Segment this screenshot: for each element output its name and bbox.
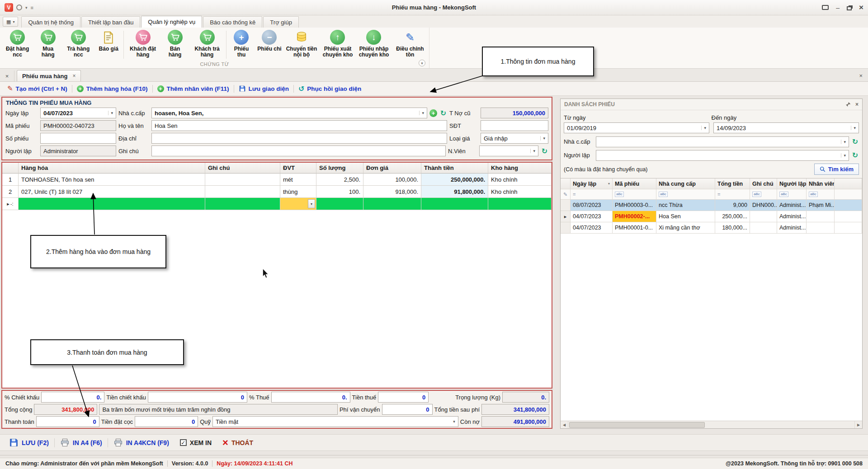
cell-kho-hang[interactable]: Kho chính [488, 174, 552, 186]
thanh-toan-field[interactable]: 0 [36, 416, 99, 427]
panel-close-icon[interactable]: × [855, 101, 859, 108]
column-header-don-gia[interactable]: Đơn giá [363, 163, 421, 174]
column-header-nguoi-lap[interactable]: Người lập [777, 178, 807, 189]
cell-hang-hoa[interactable]: TONHOASEN, Tôn hoa sen [19, 174, 205, 186]
toolbar-button-khach-dat-hang[interactable]: Khách đặt hàng [125, 29, 161, 58]
scroll-left-icon[interactable]: ◀ [561, 421, 568, 428]
cell-don-gia[interactable]: 918,000. [363, 186, 421, 198]
chiet-khau-pct-field[interactable]: 0. [41, 392, 104, 403]
cell-hang-hoa[interactable]: 027, Unilc (T) 18 lít 027 [19, 186, 205, 198]
restore-layout-button[interactable]: ↺ Phục hồi giao diện [294, 84, 366, 93]
column-header-dvt[interactable]: ĐVT [280, 163, 316, 174]
new-cell-hang-hoa[interactable] [19, 198, 205, 210]
cell-don-gia[interactable]: 100,000. [363, 174, 421, 186]
new-cell-kho-hang[interactable] [488, 198, 552, 210]
toolbar-button-bao-gia[interactable]: Báo giá [94, 29, 123, 52]
cell-dvt[interactable]: thùng [280, 186, 316, 198]
restore-button[interactable] [847, 6, 852, 10]
dia-chi-field[interactable] [151, 133, 447, 144]
refresh-icon[interactable]: ↻ [851, 151, 859, 159]
column-header-thanh-tien[interactable]: Thành tiền [421, 163, 488, 174]
loai-gia-field[interactable]: Giá nhập ▾ [481, 133, 548, 144]
quick-access-caret-icon[interactable]: ▾ [25, 5, 28, 10]
xem-in-checkbox[interactable]: ✓ XEM IN [175, 439, 217, 446]
group-dialog-launcher-icon[interactable]: ▾ [419, 60, 425, 66]
caret-down-icon[interactable]: ▾ [108, 111, 113, 115]
ribbon-minimize-button[interactable]: ▦ ▾ [3, 17, 18, 27]
cell-ghi-chu[interactable] [205, 174, 280, 186]
save-layout-button[interactable]: Lưu giao diện [234, 85, 293, 92]
caret-down-icon[interactable]: ▾ [841, 140, 846, 144]
column-header-tong-tien[interactable]: Tổng tiền [715, 178, 750, 189]
caret-down-icon[interactable]: ▾ [851, 126, 856, 130]
new-cell-thanh-tien[interactable] [421, 198, 488, 210]
text-filter-icon[interactable]: aBc [752, 192, 761, 197]
print-a4-button[interactable]: IN A4 (F6) [55, 438, 108, 447]
toolbar-button-ban-hang[interactable]: Bán hàng [161, 29, 189, 58]
print-a4kcn-button[interactable]: IN A4KCN (F9) [108, 438, 175, 447]
new-cell-dvt[interactable]: ▾ [280, 198, 316, 210]
toolbar-button-dieu-chinh-ton[interactable]: ✎ Điều chỉnh tồn [392, 29, 428, 58]
column-header-ghi-chu[interactable]: Ghi chú [205, 163, 280, 174]
search-button[interactable]: Tìm kiếm [814, 164, 859, 175]
cell-so-luong[interactable]: 2,500. [316, 174, 363, 186]
new-cell-don-gia[interactable] [363, 198, 421, 210]
highlighted-ma-phieu-cell[interactable]: PMH00002-... [613, 211, 656, 222]
ghi-chu-field[interactable] [151, 145, 446, 156]
tien-chiet-khau-field[interactable]: 0 [148, 392, 247, 403]
pin-icon[interactable] [845, 102, 851, 107]
ho-va-ten-field[interactable]: Hoa Sen [151, 120, 447, 131]
create-new-button[interactable]: ✎ Tạo mới (Ctrl + N) [3, 84, 72, 93]
add-supplier-icon[interactable]: + [429, 109, 437, 117]
den-ngay-field[interactable]: 14/09/2023 ▾ [713, 122, 859, 133]
close-all-tabs-icon[interactable]: × [0, 70, 14, 81]
tabbar-close-icon[interactable]: × [854, 72, 868, 81]
voucher-row[interactable]: 04/07/2023 PMH00001-0... Xi măng cần thơ… [561, 222, 862, 234]
column-header-nhan-vien[interactable]: Nhân viên [807, 178, 835, 189]
filter-nguoi-lap-field[interactable]: ▾ [596, 150, 849, 161]
cell-dvt[interactable]: mét [280, 174, 316, 186]
nha-ccap-field[interactable]: hoasen, Hoa Sen, ▾ [151, 108, 427, 118]
column-header-ngay-lap[interactable]: Ngày lập ▾ [571, 178, 613, 189]
tab-close-icon[interactable]: × [72, 73, 75, 79]
toolbar-button-phieu-chi[interactable]: − Phiếu chi [255, 29, 283, 52]
caret-down-icon[interactable]: ▾ [540, 136, 545, 141]
ribbon-tab-tro-giup[interactable]: Trợ giúp [263, 16, 299, 28]
minimize-button[interactable]: – [836, 5, 840, 11]
refresh-employee-icon[interactable]: ↻ [541, 147, 548, 155]
toolbar-button-phieu-nhap-chuyen-kho[interactable]: ↓ Phiếu nhập chuyển kho [356, 29, 392, 58]
scroll-right-icon[interactable]: ▶ [854, 421, 862, 428]
dvt-dropdown-icon[interactable]: ▾ [308, 199, 315, 208]
phi-van-chuyen-field[interactable]: 0 [382, 404, 433, 415]
refresh-icon[interactable]: ↻ [851, 138, 859, 145]
new-cell-ghi-chu[interactable] [205, 198, 280, 210]
quy-field[interactable]: Tiền mặt ▾ [212, 416, 458, 427]
exit-button[interactable]: × THOÁT [217, 439, 259, 447]
toolbar-button-khach-tra-hang[interactable]: Khách trả hàng [189, 29, 225, 58]
sdt-field[interactable] [481, 120, 548, 131]
text-filter-icon[interactable]: aBc [779, 192, 788, 197]
refresh-supplier-icon[interactable]: ↻ [439, 109, 447, 117]
toolbar-button-mua-hang[interactable]: Mua hàng [34, 29, 62, 58]
text-filter-icon[interactable]: aBc [659, 192, 668, 197]
tien-dat-coc-field[interactable]: 0 [135, 416, 198, 427]
voucher-row[interactable]: 08/07/2023 PMH00003-0... ncc Thừa 9,000 … [561, 200, 862, 211]
ribbon-tab-quan-tri-he-thong[interactable]: Quản trị hệ thống [21, 16, 80, 28]
cell-kho-hang[interactable]: Kho chính [488, 186, 552, 198]
column-header-ghi-chu[interactable]: Ghi chú [750, 178, 777, 189]
toolbar-button-phieu-thu[interactable]: + Phiếu thu [227, 29, 255, 58]
equals-filter-icon[interactable]: = [717, 192, 720, 197]
toolbar-customize-icon[interactable]: ≡ [31, 5, 33, 10]
save-button[interactable]: LƯU (F2) [4, 438, 54, 447]
column-header-kho-hang[interactable]: Kho hàng [488, 163, 552, 174]
ribbon-tab-bao-cao-thong-ke[interactable]: Báo cáo thống kê [203, 16, 262, 28]
n-vien-field[interactable]: ▾ [479, 145, 538, 156]
ribbon-tab-quan-ly-nghiep-vu[interactable]: Quản lý nghiệp vụ [141, 16, 202, 28]
checkbox-checked-icon[interactable]: ✓ [180, 439, 187, 446]
auto-filter-row[interactable]: ✎ = aBc aBc = aBc aBc aBc [561, 189, 862, 200]
screen-mode-icon[interactable] [822, 5, 829, 10]
column-header-nha-cung-cap[interactable]: Nhà cung cấp [656, 178, 715, 189]
close-button[interactable]: × [859, 4, 863, 11]
scrollbar-thumb[interactable] [569, 422, 705, 428]
tu-ngay-field[interactable]: 01/09/2019 ▾ [564, 122, 709, 133]
